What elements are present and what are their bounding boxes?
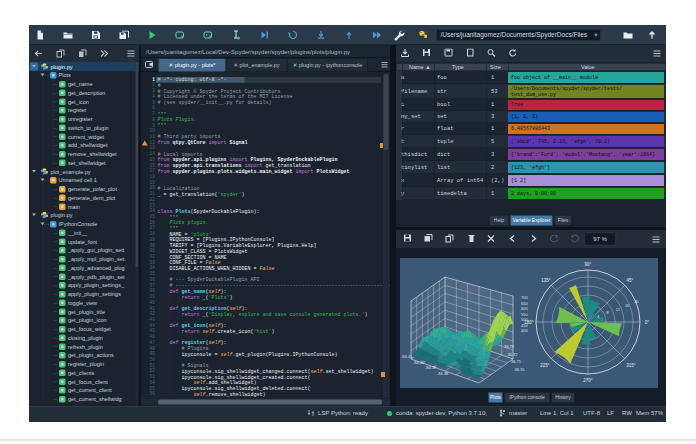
svg-text:8: 8 (607, 311, 609, 315)
svg-text:135°: 135° (541, 278, 551, 283)
svg-text:0°: 0° (645, 320, 650, 325)
svg-text:20: 20 (634, 300, 638, 304)
svg-text:12: 12 (616, 308, 620, 312)
svg-text:270°: 270° (583, 378, 593, 383)
svg-text:90°: 90° (585, 262, 592, 267)
svg-text:180°: 180° (524, 320, 534, 325)
svg-text:225°: 225° (540, 363, 550, 368)
svg-text:16: 16 (625, 304, 629, 308)
svg-text:4: 4 (597, 315, 599, 319)
svg-text:45°: 45° (627, 278, 634, 283)
svg-text:315°: 315° (626, 363, 636, 368)
